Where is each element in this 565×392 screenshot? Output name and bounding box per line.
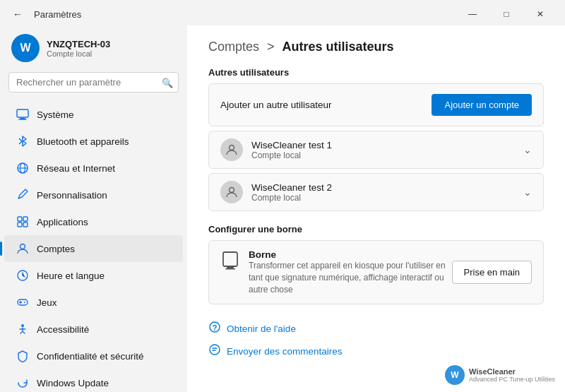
sidebar: W YNZQTECH-03 Compte local 🔍 Système Blu… (0, 25, 187, 392)
bluetooth-icon (16, 134, 30, 148)
user-name: YNZQTECH-03 (47, 39, 110, 49)
search-icon: 🔍 (162, 77, 173, 88)
sidebar-item-confidentialite[interactable]: Confidentialité et sécurité (4, 343, 183, 369)
section-autres-utilisateurs-title: Autres utilisateurs (208, 67, 544, 78)
watermark-avatar: W (445, 365, 465, 385)
user-item-1-type: Compte local (251, 150, 332, 160)
sidebar-item-comptes-label: Comptes (37, 244, 75, 254)
sidebar-item-applications[interactable]: Applications (4, 208, 183, 235)
heure-icon (16, 268, 30, 283)
title-bar-controls: — □ ✕ (456, 4, 557, 24)
user-item-1-left: WiseCleaner test 1 Compte local (220, 138, 332, 161)
svg-point-18 (230, 188, 234, 193)
sidebar-item-comptes[interactable]: Comptes (4, 235, 183, 262)
accessibilite-icon (16, 322, 30, 336)
chevron-down-icon-2: ⌄ (523, 186, 532, 198)
close-button[interactable]: ✕ (524, 4, 557, 24)
back-button[interactable]: ← (8, 7, 27, 21)
svg-rect-7 (23, 217, 28, 221)
borne-left: Borne Transformer cet appareil en kiosqu… (220, 249, 452, 295)
aide-label: Obtenir de l'aide (227, 323, 296, 334)
avatar: W (11, 34, 40, 62)
svg-rect-8 (18, 222, 22, 227)
sidebar-item-windows-update-label: Windows Update (37, 378, 109, 388)
add-user-label: Ajouter un autre utilisateur (220, 100, 332, 110)
jeux-icon (16, 295, 30, 309)
svg-point-15 (24, 302, 25, 303)
systeme-icon (16, 107, 30, 121)
svg-rect-9 (23, 222, 28, 227)
sidebar-item-bluetooth[interactable]: Bluetooth et appareils (4, 128, 183, 155)
svg-point-16 (21, 324, 24, 327)
svg-rect-6 (18, 217, 22, 221)
sidebar-item-systeme[interactable]: Système (4, 101, 183, 128)
borne-row: Borne Transformer cet appareil en kiosqu… (208, 240, 544, 304)
chevron-down-icon-1: ⌄ (523, 144, 532, 155)
user-account-type: Compte local (47, 49, 110, 58)
main-content: Comptes > Autres utilisateurs Autres uti… (187, 25, 565, 392)
svg-point-24 (210, 345, 220, 355)
user-item-2-info: WiseCleaner test 2 Compte local (251, 182, 332, 203)
sidebar-item-heure-label: Heure et langue (37, 271, 105, 281)
user-item-1-avatar (220, 138, 243, 161)
svg-point-10 (20, 244, 25, 249)
breadcrumb: Comptes > Autres utilisateurs (208, 40, 544, 54)
sidebar-item-jeux-label: Jeux (37, 297, 57, 308)
user-item-1-name: WiseCleaner test 1 (251, 140, 332, 150)
sidebar-item-windows-update[interactable]: Windows Update (4, 369, 183, 392)
breadcrumb-current: Autres utilisateurs (282, 40, 394, 54)
maximize-button[interactable]: □ (490, 4, 523, 24)
footer-links: ? Obtenir de l'aide Envoyer des commenta… (208, 317, 544, 362)
user-info: YNZQTECH-03 Compte local (47, 39, 110, 58)
sidebar-item-reseau[interactable]: Réseau et Internet (4, 155, 183, 182)
borne-info: Borne Transformer cet appareil en kiosqu… (249, 249, 452, 295)
svg-rect-0 (17, 109, 28, 117)
user-item-1[interactable]: WiseCleaner test 1 Compte local ⌄ (208, 131, 544, 169)
sidebar-item-jeux[interactable]: Jeux (4, 289, 183, 316)
confidentialite-icon (16, 349, 30, 363)
user-item-2-type: Compte local (251, 193, 332, 203)
reseau-icon (16, 161, 30, 175)
borne-icon (220, 251, 240, 275)
sidebar-item-applications-label: Applications (37, 217, 88, 227)
windows-update-icon (16, 376, 30, 390)
breadcrumb-parent[interactable]: Comptes (208, 40, 259, 54)
sidebar-item-accessibilite-label: Accessibilité (37, 324, 89, 335)
page-header: Comptes > Autres utilisateurs (208, 40, 544, 54)
commentaires-label: Envoyer des commentaires (227, 346, 343, 357)
sidebar-item-accessibilite[interactable]: Accessibilité (4, 316, 183, 343)
breadcrumb-separator: > (267, 40, 275, 54)
sidebar-item-heure[interactable]: Heure et langue (4, 262, 183, 289)
watermark-text: WiseCleaner Advanced PC Tune-up Utilitie… (469, 367, 555, 383)
obtenir-aide-link[interactable]: ? Obtenir de l'aide (208, 317, 544, 340)
minimize-button[interactable]: — (456, 4, 489, 24)
sidebar-item-confidentialite-label: Confidentialité et sécurité (37, 351, 144, 362)
comptes-icon (16, 242, 30, 256)
applications-icon (16, 215, 30, 229)
watermark-subtitle: Advanced PC Tune-up Utilities (469, 376, 555, 383)
svg-point-17 (230, 145, 234, 150)
search-box: 🔍 (8, 72, 179, 93)
section-borne-gap: Configurer une borne Borne Transformer c… (208, 224, 544, 304)
title-bar: ← Paramètres — □ ✕ (0, 0, 565, 25)
borne-name: Borne (249, 249, 452, 260)
sidebar-item-personnalisation[interactable]: Personnalisation (4, 182, 183, 208)
prise-en-main-button[interactable]: Prise en main (452, 261, 532, 284)
title-bar-title: Paramètres (34, 9, 81, 20)
user-item-2-name: WiseCleaner test 2 (251, 182, 332, 193)
personnalisation-icon (16, 188, 30, 202)
search-input[interactable] (8, 72, 179, 93)
add-user-row: Ajouter un autre utilisateur Ajouter un … (208, 83, 544, 126)
user-item-2[interactable]: WiseCleaner test 2 Compte local ⌄ (208, 173, 544, 211)
user-profile[interactable]: W YNZQTECH-03 Compte local (0, 25, 187, 72)
svg-rect-21 (225, 268, 235, 270)
sidebar-item-reseau-label: Réseau et Internet (37, 163, 115, 174)
commentaires-icon (208, 343, 221, 359)
watermark: W WiseCleaner Advanced PC Tune-up Utilit… (445, 365, 555, 385)
svg-rect-2 (18, 119, 27, 120)
svg-text:?: ? (213, 323, 218, 332)
envoyer-commentaires-link[interactable]: Envoyer des commentaires (208, 340, 544, 362)
section-borne-title: Configurer une borne (208, 224, 544, 234)
add-account-button[interactable]: Ajouter un compte (432, 94, 532, 116)
app-body: W YNZQTECH-03 Compte local 🔍 Système Blu… (0, 25, 565, 392)
